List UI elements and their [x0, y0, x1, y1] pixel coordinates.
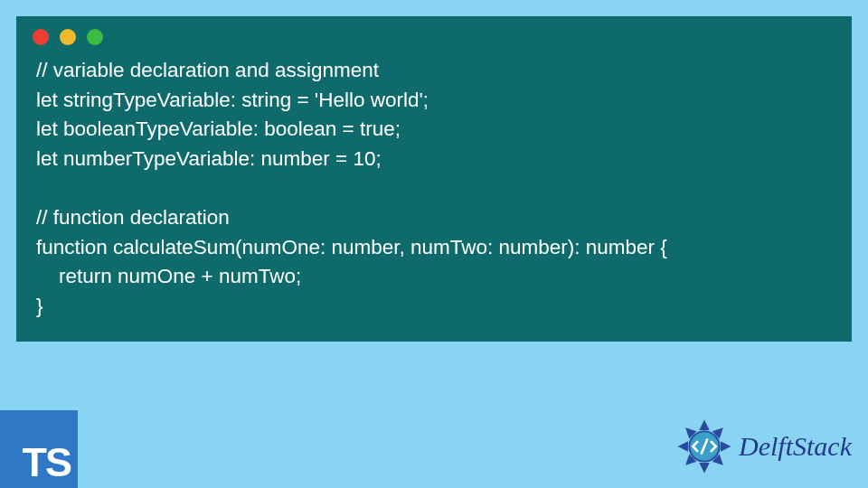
svg-marker-4	[699, 463, 710, 474]
svg-marker-6	[678, 441, 689, 452]
code-window: // variable declaration and assignment l…	[16, 16, 852, 342]
typescript-badge-label: TS	[22, 442, 71, 483]
close-dot-icon	[33, 29, 49, 45]
code-line: // variable declaration and assignment	[36, 59, 379, 81]
code-line: let booleanTypeVariable: boolean = true;	[36, 117, 401, 140]
brand-logo-icon	[675, 418, 733, 475]
code-line: function calculateSum(numOne: number, nu…	[36, 236, 667, 258]
maximize-dot-icon	[87, 29, 103, 45]
window-titlebar	[16, 16, 852, 52]
code-line: }	[36, 295, 43, 317]
code-line: return numOne + numTwo;	[36, 265, 301, 287]
brand-name: DelftStack	[739, 431, 852, 462]
code-line: let stringTypeVariable: string = 'Hello …	[36, 89, 429, 111]
code-block: // variable declaration and assignment l…	[16, 52, 852, 325]
brand: DelftStack	[675, 418, 852, 475]
svg-marker-2	[721, 441, 731, 452]
svg-marker-0	[699, 420, 710, 431]
minimize-dot-icon	[60, 29, 76, 45]
code-line: // function declaration	[36, 206, 230, 229]
typescript-badge: TS	[0, 410, 78, 488]
code-line: let numberTypeVariable: number = 10;	[36, 147, 382, 170]
